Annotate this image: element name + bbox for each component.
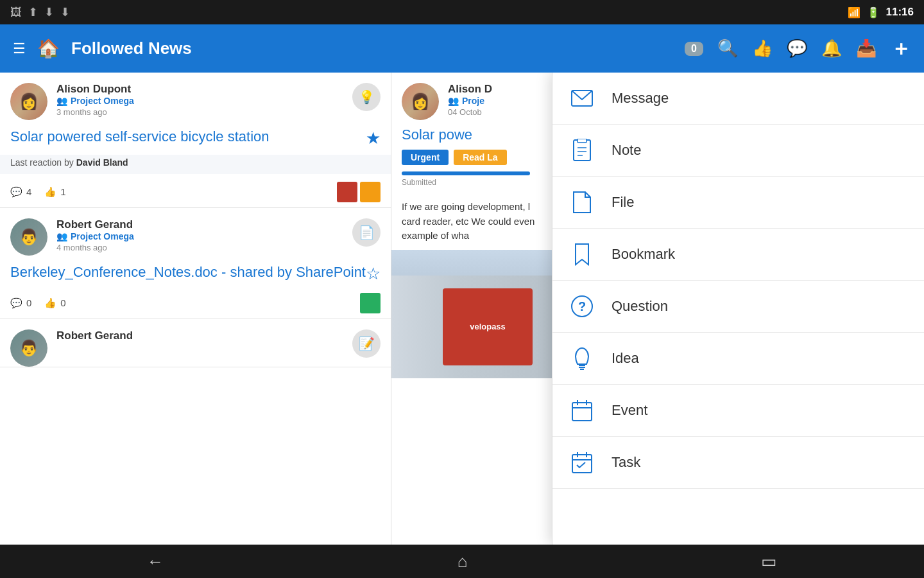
author-name-1: Alison Dupont bbox=[56, 83, 381, 96]
author-name-3: Robert Gerand bbox=[56, 329, 381, 342]
download-icon: ⬇ bbox=[44, 5, 54, 19]
comment-count-2[interactable]: 💬 0 bbox=[10, 297, 31, 309]
dropdown-menu: Message Note bbox=[552, 73, 924, 545]
card-action-btn-3[interactable]: 📝 bbox=[352, 329, 381, 358]
star-icon-2[interactable]: ☆ bbox=[366, 263, 381, 285]
avatar-detail: 👩 bbox=[402, 83, 439, 120]
menu-label-message: Message bbox=[612, 90, 669, 107]
card-action-btn-1[interactable]: 💡 bbox=[352, 83, 381, 111]
menu-item-file[interactable]: File bbox=[552, 177, 924, 229]
main-content: 👩 Alison Dupont 👥 Project Omega 3 months… bbox=[0, 73, 924, 545]
color-tags-2 bbox=[360, 293, 381, 313]
comment-icon-1: 💬 bbox=[10, 186, 22, 198]
home-icon[interactable]: 🏠 bbox=[37, 38, 60, 59]
progress-label: Submitted bbox=[391, 178, 552, 193]
star-icon-1[interactable]: ★ bbox=[366, 128, 381, 150]
menu-label-idea: Idea bbox=[612, 350, 639, 367]
search-icon[interactable]: 🔍 bbox=[717, 39, 738, 58]
menu-item-message[interactable]: Message bbox=[552, 73, 924, 125]
detail-panel: 👩 Alison D 👥Proje 04 Octob Solar powe Ur… bbox=[391, 73, 924, 545]
people-icon-2: 👥 bbox=[56, 231, 67, 241]
progress-bar-container bbox=[391, 171, 552, 178]
avatar-robert-2: 👨 bbox=[10, 329, 47, 367]
detail-date: 04 Octob bbox=[448, 107, 542, 117]
svg-rect-15 bbox=[572, 455, 592, 473]
bookmark-icon bbox=[568, 240, 596, 268]
back-button[interactable]: ← bbox=[121, 547, 189, 577]
app-bar: ☰ 🏠 Followed News 0 🔍 👍 💬 🔔 📥 ＋ bbox=[0, 24, 924, 73]
people-icon-1: 👥 bbox=[56, 96, 67, 106]
question-icon: ? bbox=[568, 292, 596, 320]
file-icon bbox=[568, 188, 596, 216]
menu-label-bookmark: Bookmark bbox=[612, 246, 675, 263]
like-count-2[interactable]: 👍 0 bbox=[44, 297, 65, 309]
news-card-2: 👨 Robert Gerand 👥 Project Omega 4 months… bbox=[0, 208, 391, 319]
menu-item-idea[interactable]: Idea bbox=[552, 333, 924, 385]
detail-image: velopass bbox=[391, 250, 552, 378]
like-icon-2: 👍 bbox=[44, 297, 56, 309]
news-footer-2: 💬 0 👍 0 bbox=[0, 288, 391, 319]
menu-item-event[interactable]: Event bbox=[552, 385, 924, 437]
status-bar-right: 📶 🔋 11:16 bbox=[848, 6, 914, 19]
detail-header: 👩 Alison D 👥Proje 04 Octob bbox=[391, 73, 552, 120]
color-tag-red[interactable] bbox=[337, 182, 357, 202]
detail-author: Alison D bbox=[448, 83, 542, 96]
tag-urgent[interactable]: Urgent bbox=[402, 150, 449, 165]
news-card-1: 👩 Alison Dupont 👥 Project Omega 3 months… bbox=[0, 73, 391, 208]
message-icon bbox=[568, 84, 596, 112]
comment-icon[interactable]: 💬 bbox=[787, 39, 807, 58]
avatar-robert: 👨 bbox=[10, 218, 47, 256]
menu-label-question: Question bbox=[612, 298, 668, 315]
project-label-2[interactable]: 👥 Project Omega bbox=[56, 231, 381, 241]
menu-label-note: Note bbox=[612, 142, 641, 159]
like-icon[interactable]: 👍 bbox=[752, 39, 773, 58]
menu-item-question[interactable]: ? Question bbox=[552, 281, 924, 333]
menu-icon[interactable]: ☰ bbox=[13, 40, 26, 57]
menu-item-bookmark[interactable]: Bookmark bbox=[552, 229, 924, 281]
menu-item-task[interactable]: Task bbox=[552, 437, 924, 489]
svg-rect-1 bbox=[574, 140, 590, 161]
menu-label-task: Task bbox=[612, 454, 640, 471]
doc-icon-card: 📝 bbox=[359, 336, 375, 351]
avatar-alison: 👩 bbox=[10, 83, 47, 120]
news-title-2: Berkeley_Conference_Notes.doc - shared b… bbox=[0, 256, 391, 288]
menu-label-file: File bbox=[612, 194, 634, 211]
like-icon-1: 👍 bbox=[44, 186, 56, 198]
menu-label-event: Event bbox=[612, 402, 647, 419]
like-count-1[interactable]: 👍 1 bbox=[44, 186, 65, 198]
tag-readlater[interactable]: Read La bbox=[454, 150, 506, 165]
svg-rect-11 bbox=[572, 403, 592, 421]
recent-button[interactable]: ▭ bbox=[735, 547, 803, 577]
detail-project: 👥Proje bbox=[448, 96, 542, 106]
news-title-1: Solar powered self-service bicycle stati… bbox=[0, 120, 391, 152]
color-tag-orange[interactable] bbox=[360, 182, 381, 202]
news-footer-1: 💬 4 👍 1 bbox=[0, 177, 391, 207]
detail-title: Solar powe bbox=[391, 120, 552, 150]
card-action-btn-2[interactable]: 📄 bbox=[352, 218, 381, 247]
svg-text:?: ? bbox=[578, 299, 586, 313]
detail-tags: Urgent Read La bbox=[391, 150, 552, 171]
comment-icon-2: 💬 bbox=[10, 297, 22, 309]
news-time-1: 3 months ago bbox=[56, 107, 381, 117]
svg-rect-2 bbox=[578, 139, 586, 143]
detail-content: 👩 Alison D 👥Proje 04 Octob Solar powe Ur… bbox=[391, 73, 552, 545]
idea-icon bbox=[568, 344, 596, 372]
menu-item-note[interactable]: Note bbox=[552, 125, 924, 177]
download2-icon: ⬇ bbox=[60, 5, 70, 19]
news-list: 👩 Alison Dupont 👥 Project Omega 3 months… bbox=[0, 73, 391, 545]
badge-button[interactable]: 0 bbox=[685, 42, 703, 56]
upload-icon: ⬆ bbox=[28, 5, 38, 19]
project-label-1[interactable]: 👥 Project Omega bbox=[56, 96, 381, 106]
notification-icon[interactable]: 🔔 bbox=[821, 39, 842, 58]
home-button[interactable]: ⌂ bbox=[432, 547, 493, 577]
comment-count-1[interactable]: 💬 4 bbox=[10, 186, 31, 198]
event-icon bbox=[568, 396, 596, 425]
file-icon-card: 📄 bbox=[359, 225, 375, 240]
inbox-icon[interactable]: 📥 bbox=[856, 39, 877, 58]
color-tag-green[interactable] bbox=[360, 293, 381, 313]
add-icon[interactable]: ＋ bbox=[891, 35, 911, 63]
status-bar: 🖼 ⬆ ⬇ ⬇ 📶 🔋 11:16 bbox=[0, 0, 924, 24]
author-name-2: Robert Gerand bbox=[56, 218, 381, 231]
news-time-2: 4 months ago bbox=[56, 243, 381, 252]
battery-icon: 🔋 bbox=[867, 6, 880, 19]
